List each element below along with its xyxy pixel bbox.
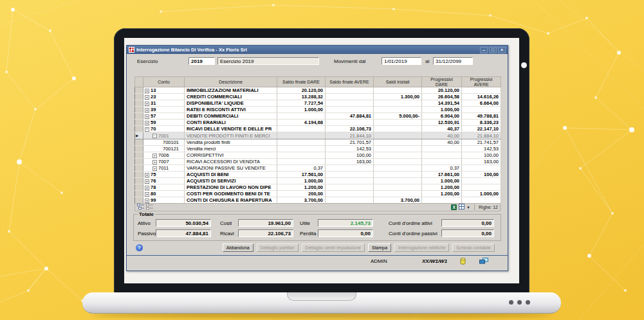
collapse-tree-icon[interactable] — [146, 204, 153, 211]
table-row[interactable]: +7011VARIAZIONI PASSIVE SU VENDITE0,370,… — [135, 165, 501, 172]
table-row[interactable]: +78PRESTAZIONI DI LAVORO NON DIPE1.200,0… — [135, 184, 501, 191]
saldo-dare-cell: 0,37 — [277, 165, 326, 172]
progressivi-avere-cell: 21.741,57 — [462, 139, 501, 146]
column-header-saldo-dare[interactable]: Saldo finale DARE — [277, 77, 326, 87]
minimize-button[interactable]: – — [480, 47, 488, 53]
saldo-dare-cell: 13.288,32 — [277, 94, 326, 100]
collapse-icon[interactable]: − — [152, 134, 157, 138]
expand-icon[interactable]: + — [145, 102, 149, 106]
table-row[interactable]: +99CONTI DI CHIUSURA E RIAPERTURA3.700,0… — [135, 197, 501, 204]
abbandona-button[interactable]: Abbandona — [223, 244, 253, 252]
expand-icon[interactable]: + — [145, 95, 149, 100]
dettaglio-partitari-button[interactable]: Dettaglio partitari — [257, 244, 299, 252]
progressivi-avere-cell: 22.147,10 — [462, 126, 501, 132]
table-row[interactable]: +23CREDITI COMMERCIALI13.288,321.300,002… — [135, 94, 501, 100]
collapse-icon[interactable]: − — [145, 127, 149, 132]
row-selector[interactable] — [135, 107, 143, 113]
date-from-input[interactable]: 1/01/2019 — [382, 57, 421, 65]
maximize-button[interactable]: □ — [489, 47, 497, 53]
progressivi-dare-cell — [422, 152, 462, 159]
expand-icon[interactable]: + — [152, 154, 157, 158]
column-header-progressivi-dare[interactable]: Progressivi DARE — [422, 77, 462, 87]
close-button[interactable]: × — [498, 47, 506, 53]
table-row[interactable]: +31DISPONIBILITA' LIQUIDE7.727,5414.391,… — [135, 100, 501, 107]
row-selector[interactable] — [135, 120, 143, 126]
excel-export-icon[interactable]: X — [451, 204, 457, 210]
expand-tree-icon[interactable] — [137, 204, 144, 211]
saldo-dare-cell: 1.000,00 — [277, 178, 326, 184]
row-selector[interactable] — [135, 172, 143, 178]
row-selector[interactable] — [135, 146, 143, 152]
row-selector[interactable] — [135, 178, 143, 184]
progressivi-dare-cell: 17.661,00 — [422, 172, 462, 178]
esercizio-input[interactable]: 2019 — [189, 57, 215, 65]
table-row[interactable]: +7007RICAVI ACCESSORI DI VENDITA163,0016… — [135, 159, 501, 165]
descrizione-cell: ACQUISTI DI BENI — [185, 172, 277, 178]
expand-icon[interactable]: + — [145, 179, 149, 184]
grid-footer: X ▼ Righe: 12 — [134, 203, 501, 211]
expand-icon[interactable]: + — [152, 166, 157, 171]
chevron-down-icon[interactable]: ▼ — [466, 206, 470, 209]
table-row[interactable]: 700101Vendita prodotti finiti21.701,5740… — [135, 139, 501, 146]
expand-icon[interactable]: + — [145, 114, 149, 119]
stampa-button[interactable]: Stampa — [368, 244, 391, 252]
expand-icon[interactable]: + — [152, 160, 157, 164]
row-selector[interactable] — [135, 159, 143, 165]
saldi-iniziali-cell: 5.000,00- — [374, 113, 422, 120]
expand-icon[interactable]: + — [145, 121, 149, 125]
expand-icon[interactable]: + — [145, 89, 149, 93]
date-to-input[interactable]: 31/12/2099 — [433, 57, 473, 65]
ricavi-value: 22.106,73 — [238, 229, 293, 237]
table-row[interactable]: +80COSTI PER GODIMENTO BENI DI TE200,001… — [135, 191, 501, 197]
expand-icon[interactable]: + — [145, 173, 149, 177]
row-selector[interactable] — [135, 165, 143, 172]
table-row[interactable]: +13IMMOBILIZZAZIONI MATERIALI20.120,0020… — [135, 87, 501, 94]
monitors-icon — [479, 258, 488, 265]
row-selector[interactable] — [135, 197, 143, 204]
row-selector[interactable] — [135, 94, 143, 100]
row-selector[interactable]: ▶ — [135, 132, 143, 139]
table-row[interactable]: −70RICAVI DELLE VENDITE E DELLE PR22.106… — [135, 126, 501, 132]
row-selector[interactable] — [135, 100, 143, 107]
button-row: AbbandonaDettaglio partitariDettaglio ce… — [223, 244, 495, 252]
row-selector[interactable] — [135, 184, 143, 191]
row-selector[interactable] — [135, 191, 143, 197]
expand-icon[interactable]: + — [145, 186, 149, 190]
column-header-conto[interactable]: Conto — [143, 77, 185, 87]
column-header-progressivi-avere[interactable]: Progressivi AVERE — [462, 77, 501, 87]
grid-settings-icon[interactable] — [459, 204, 465, 211]
interrogazione-rettifiche-button[interactable]: Interrogazione rettifiche — [394, 244, 449, 252]
expand-icon[interactable]: + — [145, 192, 149, 197]
progressivi-avere-cell — [462, 87, 501, 94]
expand-icon[interactable]: + — [145, 199, 149, 203]
row-selector[interactable] — [135, 152, 143, 159]
table-row[interactable]: +75ACQUISTI DI BENI17.561,0017.661,00100… — [135, 172, 501, 178]
table-row[interactable]: ▶−7001VENDITE PRODOTTI FINITI E MERCI21.… — [135, 132, 501, 139]
row-selector[interactable] — [135, 113, 143, 120]
scheda-contabile-button[interactable]: Scheda contabile — [452, 244, 495, 252]
table-row[interactable]: +76ACQUISTI DI SERVIZI1.000,001.000,00 — [135, 178, 501, 184]
descrizione-cell: PRESTAZIONI DI LAVORO NON DIPE — [185, 184, 277, 191]
descrizione-cell: CORRISPETTIVI — [185, 152, 277, 159]
ricavi-label: Ricavi — [220, 231, 234, 236]
column-header-saldi-iniziali[interactable]: Saldi iniziali — [374, 77, 422, 87]
row-selector[interactable] — [135, 87, 143, 94]
saldi-iniziali-cell — [374, 172, 422, 178]
column-header-descrizione[interactable]: Descrizione — [185, 77, 277, 87]
progressivi-avere-cell: 8.336,23 — [462, 120, 501, 126]
expand-icon[interactable]: + — [145, 108, 149, 112]
saldo-dare-cell — [277, 132, 326, 139]
help-icon[interactable]: ? — [136, 244, 143, 251]
rows-count-label: Righe: 12 — [479, 205, 498, 209]
row-selector[interactable] — [135, 126, 143, 132]
table-row[interactable]: 700121Vendita merci142,53142,53 — [135, 146, 501, 152]
row-selector[interactable] — [135, 139, 143, 146]
table-row[interactable]: +7006CORRISPETTIVI100,00100,00 — [135, 152, 501, 159]
column-header-saldo-avere[interactable]: Saldo finale AVERE — [326, 77, 374, 87]
dettaglio-centri-imputazione-button[interactable]: Dettaglio centri imputazione — [302, 244, 365, 252]
table-row[interactable]: +59CONTI ERARIALI4.194,6812.530,918.336,… — [135, 120, 501, 126]
table-row[interactable]: +57DEBITI COMMERCIALI47.884,815.000,00-6… — [135, 113, 501, 120]
saldi-iniziali-cell — [374, 126, 422, 132]
table-row[interactable]: +39RATEI E RISCONTI ATTIVI1.000,001.000,… — [135, 107, 501, 113]
utile-value: 2.145,73 — [318, 219, 373, 227]
